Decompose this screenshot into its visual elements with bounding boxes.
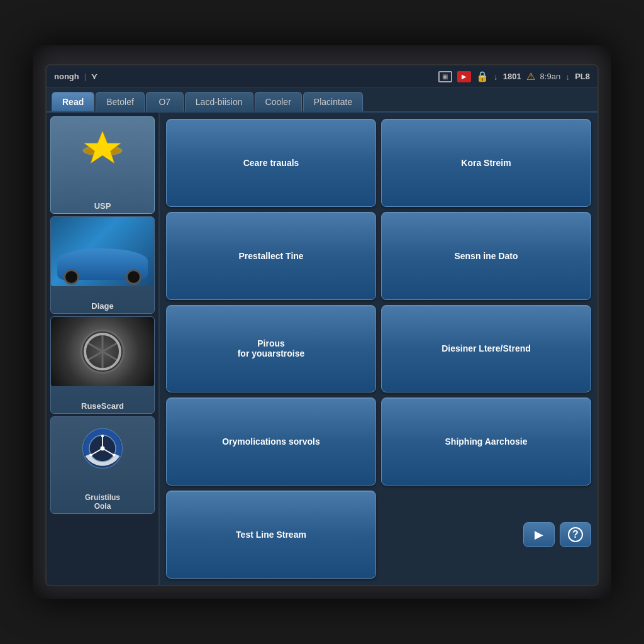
- tab-lacc-biision[interactable]: Lacd-biision: [185, 92, 253, 111]
- app-name: nongh: [54, 72, 79, 81]
- device-frame: nongh | ⋎ ▣ ▶ 🔒 ↓ 1801 ⚠ 8:9an ↓ PL8 Rea…: [33, 45, 611, 599]
- warning-icon: ⚠: [526, 70, 535, 82]
- status-time: 8:9an: [540, 72, 561, 81]
- btn-shiphing-aarchosie[interactable]: Shiphing Aarchosie: [381, 397, 591, 486]
- tab-placintate[interactable]: Placintate: [303, 92, 363, 111]
- btn-orymolications[interactable]: Orymolications sorvols: [166, 397, 376, 486]
- tab-betolef[interactable]: Betolef: [96, 92, 145, 111]
- buttons-area: Ceare trauals Kora Streim Prestallect Ti…: [160, 113, 597, 585]
- sidebar-item-rusescard[interactable]: RuseScard: [50, 316, 155, 414]
- sidebar-item-gruistilus[interactable]: Gruistilus Oola: [50, 416, 155, 514]
- tab-o7[interactable]: O7: [146, 92, 184, 111]
- tab-bar: Read Betolef O7 Lacd-biision Cooler Plac…: [47, 88, 597, 113]
- play-button[interactable]: ▶: [523, 522, 555, 547]
- green-arrow-icon: ↓: [565, 72, 570, 82]
- btn-kora-streim[interactable]: Kora Streim: [381, 119, 591, 207]
- tab-cooler[interactable]: Cooler: [255, 92, 302, 111]
- box-icon: ▣: [438, 71, 452, 82]
- status-bar: nongh | ⋎ ▣ ▶ 🔒 ↓ 1801 ⚠ 8:9an ↓ PL8: [47, 65, 597, 88]
- sidebar-label-usp: USP: [94, 145, 111, 211]
- btn-pirous[interactable]: Pirous for youarstroise: [166, 305, 376, 393]
- btn-ceare-trauals[interactable]: Ceare trauals: [166, 119, 376, 207]
- btn-sensn-ine-dato[interactable]: Sensn ine Dato: [381, 212, 591, 300]
- sidebar-item-diage[interactable]: Diage: [50, 216, 155, 314]
- main-content: USP Diage: [47, 113, 597, 585]
- btn-diesiner-ltere[interactable]: Diesiner Ltere/Strend: [381, 305, 591, 393]
- pl-text: PL8: [575, 72, 590, 81]
- help-button[interactable]: ?: [560, 522, 591, 547]
- tab-read[interactable]: Read: [52, 92, 94, 111]
- bottom-controls: ▶ ?: [381, 491, 591, 579]
- lock-icon: 🔒: [476, 70, 489, 82]
- sidebar-label-diage: Diage: [91, 245, 113, 311]
- down-arrow-icon: ↓: [494, 72, 498, 82]
- btn-test-line-stream[interactable]: Test Line Stream: [166, 491, 376, 579]
- sidebar-label-rusescard: RuseScard: [81, 345, 124, 411]
- sidebar-label-gruistilus: Gruistilus Oola: [85, 436, 120, 511]
- screen: nongh | ⋎ ▣ ▶ 🔒 ↓ 1801 ⚠ 8:9an ↓ PL8 Rea…: [45, 64, 599, 586]
- btn-prestallect-tine[interactable]: Prestallect Tine: [166, 212, 376, 300]
- sidebar-item-usp[interactable]: USP: [50, 116, 155, 214]
- status-number: 1801: [503, 72, 521, 81]
- red-alert-icon: ▶: [457, 71, 471, 82]
- sidebar: USP Diage: [47, 113, 160, 585]
- filter-icon[interactable]: ⋎: [91, 72, 97, 81]
